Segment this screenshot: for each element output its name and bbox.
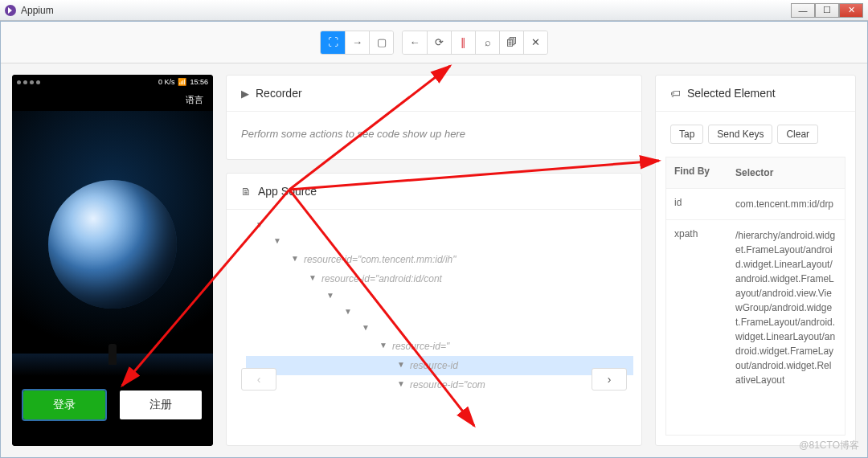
splash-image [12,111,213,376]
tree-next-button[interactable]: › [592,368,627,391]
tree-node[interactable]: ▼ resource-id="android:id/cont [246,269,633,288]
device-status-bar: 0 K/s 📶 15:56 [12,75,213,89]
send-keys-button[interactable]: Send Keys [708,125,772,144]
selected-title: Selected Element [687,87,776,100]
tree-node[interactable]: ▼ resource-id="com.tencent.mm:id/ih" [246,250,633,269]
table-row[interactable]: xpath /hierarchy/android.widget.FrameLay… [666,219,845,395]
tree-node[interactable]: ▼ [246,234,633,250]
tool-search-button[interactable]: ⌕ [475,31,499,54]
nav-back-icon[interactable]: ◁ [41,444,51,447]
selected-element-card: 🏷 Selected Element Tap Send Keys Clear F… [655,75,856,446]
signal-icon: 📶 [178,78,186,86]
tree-prev-button[interactable]: ‹ [241,368,276,391]
window-max-button[interactable]: ☐ [815,3,839,18]
tool-close-button[interactable]: ✕ [523,31,547,54]
tool-record-button[interactable]: ‖ [451,31,475,54]
app-source-title: App Source [258,185,317,198]
register-button[interactable]: 注册 [120,391,202,419]
tree-node[interactable]: ▼ [246,321,633,337]
tree-node[interactable]: ▼ [246,288,633,305]
recorder-icon: ▶ [241,88,249,100]
app-source-card: 🗎 App Source ▼▼▼ resource-id="com.tencen… [226,173,642,446]
tag-icon: 🏷 [670,88,681,100]
tool-frame-button[interactable]: ▢ [369,31,393,54]
tree-node[interactable]: ▼ resource-id=" [246,337,633,356]
clear-button[interactable]: Clear [777,125,818,144]
window-titlebar: Appium — ☐ ✕ [0,0,868,21]
window-min-button[interactable]: — [791,3,815,18]
selector-table: Find By Selector id com.tencent.mm:id/dr… [665,157,845,436]
recorder-title: Recorder [256,87,302,100]
tool-forward-button[interactable]: → [345,31,369,54]
table-row[interactable]: id com.tencent.mm:id/drp [666,188,845,219]
tool-copy-button[interactable]: 🗐 [499,31,523,54]
status-time: 15:56 [190,78,208,86]
nav-home-icon[interactable]: ○ [109,444,117,446]
tree-node[interactable]: ▼ [246,305,633,321]
device-screenshot[interactable]: 0 K/s 📶 15:56 语言 登录 注册 ◁ ○ □ [12,75,213,446]
window-title: Appium [21,5,54,16]
app-source-icon: 🗎 [241,186,252,198]
tap-button[interactable]: Tap [670,125,703,144]
language-label[interactable]: 语言 [12,89,213,111]
recorder-card: ▶ Recorder Perform some actions to see c… [226,75,642,160]
login-button[interactable]: 登录 [23,391,105,419]
window-close-button[interactable]: ✕ [839,3,863,18]
tool-refresh-button[interactable]: ⟳ [427,31,451,54]
tree-node[interactable]: ▼ [246,218,633,234]
toolbar: ⛶ → ▢ ← ⟳ ‖ ⌕ 🗐 ✕ [1,22,867,63]
recorder-placeholder: Perform some actions to see code show up… [227,111,641,159]
th-selector: Selector [727,157,845,188]
tool-back-button[interactable]: ← [403,31,427,54]
nav-recent-icon[interactable]: □ [176,444,184,446]
device-nav-bar: ◁ ○ □ [12,434,213,446]
app-body: ⛶ → ▢ ← ⟳ ‖ ⌕ 🗐 ✕ 0 K/s 📶 15:56 语言 [0,21,868,458]
th-findby: Find By [666,157,727,188]
tool-expand-button[interactable]: ⛶ [321,31,345,54]
watermark: @81CTO博客 [799,439,859,452]
status-speed: 0 K/s [158,78,175,86]
appium-icon [5,5,16,16]
